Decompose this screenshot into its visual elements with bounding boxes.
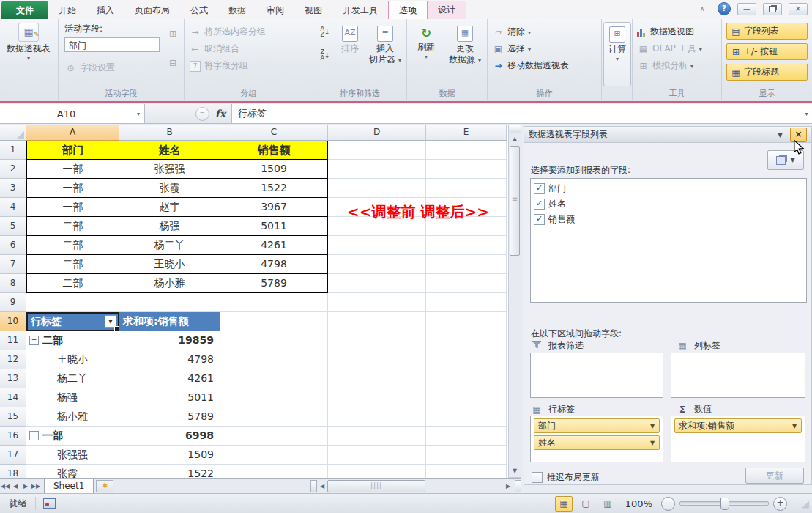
ribbon-tab-7[interactable]: 开发工具	[332, 1, 388, 19]
field-item-2[interactable]: ✓销售额	[531, 212, 806, 227]
cell-B8[interactable]: 杨小雅	[119, 274, 220, 293]
vertical-scrollbar-thumb[interactable]	[510, 146, 520, 256]
formula-content[interactable]: 行标签	[232, 104, 801, 123]
group-selection-button[interactable]: → 将所选内容分组	[185, 23, 313, 40]
scroll-left-arrow[interactable]: ◀	[317, 483, 327, 490]
values-drop-area[interactable]: 求和项:销售额▼	[671, 416, 805, 462]
row-header-17[interactable]: 17	[0, 446, 26, 465]
cell-E18[interactable]	[426, 465, 507, 478]
scroll-up-arrow[interactable]: ▲	[509, 133, 521, 145]
ribbon-tab-6[interactable]: 视图	[294, 1, 332, 19]
cell-D9[interactable]	[328, 293, 426, 312]
cell-B13[interactable]: 4261	[119, 369, 220, 388]
cell-C9[interactable]	[220, 293, 328, 312]
row-header-15[interactable]: 15	[0, 407, 26, 427]
column-header-D[interactable]: D	[328, 125, 426, 141]
cell-D1[interactable]	[328, 141, 426, 160]
collapse-field-button[interactable]: ⊟	[165, 57, 180, 70]
row-header-11[interactable]: 11	[0, 331, 26, 350]
report-filter-drop-area[interactable]	[530, 353, 663, 398]
cell-D17[interactable]	[328, 446, 426, 465]
cell-C10[interactable]	[220, 312, 328, 331]
ungroup-button[interactable]: ← 取消组合	[185, 40, 313, 57]
help-button[interactable]: ?	[718, 2, 731, 15]
row-header-14[interactable]: 14	[0, 388, 26, 407]
cell-B4[interactable]: 赵宇	[119, 198, 220, 217]
sort-az-button[interactable]: AZ↓	[316, 25, 334, 39]
name-box[interactable]: A10 ▾	[0, 104, 145, 123]
column-header-A[interactable]: A	[26, 125, 119, 141]
field-list-toggle[interactable]: ▤ 字段列表	[726, 23, 808, 40]
cell-A14[interactable]: 杨强	[26, 388, 119, 407]
cell-E1[interactable]	[426, 141, 507, 160]
cell-C2[interactable]: 1509	[220, 160, 328, 179]
ribbon-tab-0[interactable]: 开始	[48, 1, 86, 19]
sort-button[interactable]: AZ 排序	[337, 22, 363, 54]
cell-E10[interactable]	[426, 312, 507, 331]
first-sheet-button[interactable]: ◀◀	[0, 483, 10, 490]
cell-E7[interactable]	[426, 255, 507, 274]
pivottable-options-button[interactable]: ▦✎ 数据透视表 ▾	[1, 19, 56, 62]
row-header-2[interactable]: 2	[0, 160, 26, 179]
cell-B7[interactable]: 王晓小	[119, 255, 220, 274]
cell-D10[interactable]	[328, 312, 426, 331]
zoom-slider[interactable]	[679, 501, 769, 506]
cell-A3[interactable]: 一部	[26, 179, 119, 198]
tab-design[interactable]: 设计	[428, 1, 466, 18]
cell-C13[interactable]	[220, 369, 328, 388]
cell-A10[interactable]: 行标签▼	[26, 312, 119, 331]
row-header-18[interactable]: 18	[0, 465, 26, 478]
cell-A18[interactable]: 张霞	[26, 465, 119, 478]
panel-title-bar[interactable]: 数据透视表字段列表 ▼ ×	[524, 127, 811, 143]
column-labels-drop-area[interactable]	[671, 353, 805, 398]
cell-A4[interactable]: 一部	[26, 198, 119, 217]
name-box-dropdown-icon[interactable]: ▾	[133, 111, 144, 117]
prev-sheet-button[interactable]: ◀	[10, 483, 21, 490]
cell-D6[interactable]	[328, 236, 426, 255]
horizontal-split-box[interactable]	[310, 480, 317, 492]
cell-A1[interactable]: 部门	[26, 141, 119, 160]
close-button[interactable]: ×	[789, 3, 808, 15]
field-checkbox-icon[interactable]: ✓	[534, 183, 545, 194]
refresh-button[interactable]: ↻ 刷新 ▾	[410, 22, 442, 60]
field-headers-toggle[interactable]: ▦ 字段标题	[726, 64, 808, 81]
cell-B17[interactable]: 1509	[119, 446, 220, 465]
cell-D7[interactable]	[328, 255, 426, 274]
cell-B18[interactable]: 1522	[119, 465, 220, 478]
insert-slicer-button[interactable]: ≡ 插入 切片器 ▾	[366, 22, 404, 66]
panel-close-button[interactable]: ×	[790, 128, 807, 142]
cell-C5[interactable]: 5011	[220, 217, 328, 236]
cell-C8[interactable]: 5789	[220, 274, 328, 293]
fx-icon[interactable]: fx	[215, 108, 226, 119]
zoom-slider-thumb[interactable]	[720, 498, 729, 510]
cell-A7[interactable]: 二部	[26, 255, 119, 274]
row-area-pill[interactable]: 姓名▼	[534, 435, 660, 450]
cell-E16[interactable]	[426, 427, 507, 446]
plus-minus-buttons-toggle[interactable]: ⊞ +/- 按钮	[726, 43, 808, 60]
cell-B9[interactable]	[119, 293, 220, 312]
cell-A11[interactable]: −二部	[26, 331, 119, 350]
field-item-1[interactable]: ✓姓名	[531, 196, 806, 212]
cell-C3[interactable]: 1522	[220, 179, 328, 198]
cell-E6[interactable]	[426, 236, 507, 255]
calculations-button[interactable]: ⊞ 计算 ▾	[603, 22, 631, 86]
cell-C14[interactable]	[220, 388, 328, 407]
field-item-0[interactable]: ✓部门	[531, 181, 806, 196]
cell-E12[interactable]	[426, 350, 507, 369]
scroll-down-arrow[interactable]: ▼	[509, 465, 521, 477]
active-field-input[interactable]: 部门	[64, 37, 160, 52]
field-settings-button[interactable]: ⊙ 字段设置	[64, 62, 115, 74]
row-labels-drop-area[interactable]: 部门▼姓名▼	[530, 416, 663, 462]
row-header-1[interactable]: 1	[0, 141, 26, 160]
select-button[interactable]: ▣ 选择▾	[488, 40, 601, 57]
cell-D14[interactable]	[328, 388, 426, 407]
expand-field-button[interactable]: ⊞	[165, 28, 180, 41]
cell-A15[interactable]: 杨小雅	[26, 407, 119, 427]
macro-record-icon[interactable]	[43, 498, 56, 509]
column-header-C[interactable]: C	[220, 125, 328, 141]
cell-B6[interactable]: 杨二丫	[119, 236, 220, 255]
row-header-13[interactable]: 13	[0, 369, 26, 388]
cell-E15[interactable]	[426, 407, 507, 427]
column-header-E[interactable]: E	[426, 125, 507, 141]
row-header-7[interactable]: 7	[0, 255, 26, 274]
